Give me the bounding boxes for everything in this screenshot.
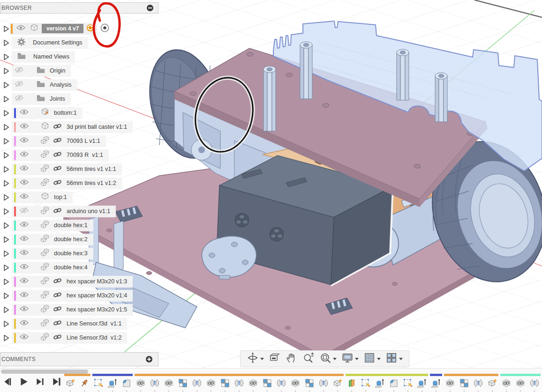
expander-icon[interactable]: [3, 236, 10, 244]
expander-icon[interactable]: [3, 67, 10, 75]
timeline-feature-linked-component[interactable]: [445, 378, 455, 388]
timeline-feature-rigid-group[interactable]: [304, 378, 315, 388]
timeline-feature-extrude[interactable]: [107, 378, 118, 388]
expander-icon[interactable]: [3, 137, 10, 145]
visibility-eye-icon[interactable]: [19, 263, 29, 272]
display-settings-button[interactable]: [341, 352, 359, 366]
visibility-eye-icon[interactable]: [19, 193, 29, 201]
visibility-eye-icon[interactable]: [19, 305, 29, 314]
visibility-eye-icon[interactable]: [14, 67, 24, 75]
timeline-feature-extrude[interactable]: [375, 378, 385, 388]
go-to-previous-button[interactable]: [2, 376, 13, 389]
dropdown-caret-icon[interactable]: [399, 358, 403, 360]
browser-item-arduino-uno-v1-1[interactable]: arduino uno v1:1: [0, 205, 116, 217]
expander-icon[interactable]: [3, 222, 10, 229]
expander-icon[interactable]: [3, 25, 10, 33]
orbit-button[interactable]: [247, 352, 264, 366]
visibility-eye-icon[interactable]: [19, 165, 29, 173]
go-to-end-button[interactable]: [51, 376, 62, 389]
browser-item-70093-r-v1-1[interactable]: 70093 R v1:1: [0, 149, 109, 161]
timeline-bar[interactable]: [0, 368, 542, 392]
layout-grid-button[interactable]: [363, 352, 381, 366]
timeline-feature-linked-component[interactable]: [248, 378, 258, 388]
timeline-feature-fillet[interactable]: [389, 378, 399, 388]
expander-icon[interactable]: [3, 250, 10, 258]
expander-icon[interactable]: [3, 95, 10, 103]
timeline-feature-linked-component[interactable]: [164, 378, 174, 388]
browser-item-document-settings[interactable]: Document Settings: [0, 37, 88, 49]
visibility-eye-icon[interactable]: [19, 291, 29, 300]
timeline-feature-sketch[interactable]: [361, 378, 371, 388]
pan-button[interactable]: [286, 352, 298, 366]
visibility-eye-icon[interactable]: [16, 24, 26, 33]
dropdown-caret-icon[interactable]: [377, 358, 381, 360]
browser-item-hex-spacer-m3x20-v1-5[interactable]: hex spacer M3x20 v1:5: [0, 303, 133, 316]
expander-icon[interactable]: [3, 264, 10, 272]
browser-item-joints[interactable]: Joints: [0, 93, 71, 105]
timeline-feature-new-component[interactable]: [487, 378, 497, 388]
browser-item-named-views[interactable]: Named Views: [0, 51, 75, 63]
browser-item-top-1[interactable]: top:1: [0, 191, 73, 203]
timeline-feature-linked-component[interactable]: [515, 378, 526, 388]
timeline-feature-rigid-group[interactable]: [178, 378, 188, 388]
timeline-feature-rigid-group[interactable]: [220, 378, 230, 388]
timeline-feature-new-component[interactable]: [332, 378, 343, 388]
browser-item-hex-spacer-m3x20-v1-4[interactable]: hex spacer M3x20 v1:4: [0, 289, 133, 302]
timeline-feature-extrude[interactable]: [417, 378, 427, 388]
visibility-eye-icon[interactable]: [19, 137, 29, 145]
visibility-eye-icon[interactable]: [14, 81, 24, 89]
timeline-feature-pin[interactable]: [79, 378, 90, 388]
expander-icon[interactable]: [3, 39, 10, 47]
add-comment-icon[interactable]: [146, 356, 152, 362]
browser-panel-header[interactable]: BROWSER: [0, 2, 158, 14]
browser-item-double-hex-2[interactable]: double hex:2: [0, 233, 93, 245]
expander-icon[interactable]: [3, 109, 10, 117]
timeline-feature-joint[interactable]: [234, 378, 244, 388]
visibility-eye-icon[interactable]: [19, 151, 29, 159]
visibility-eye-icon[interactable]: [19, 221, 29, 229]
browser-item-analysis[interactable]: Analysis: [0, 79, 77, 91]
browser-item-56mm-tires-v1-v1-2[interactable]: 56mm tires v1 v1:2: [0, 177, 122, 189]
visibility-eye-icon[interactable]: [14, 95, 24, 103]
browser-item-double-hex-4[interactable]: double hex:4: [0, 261, 93, 274]
timeline-feature-new-component[interactable]: [65, 378, 75, 388]
expander-icon[interactable]: [3, 151, 10, 159]
expander-icon[interactable]: [3, 179, 10, 187]
timeline-feature-offset-plane[interactable]: [346, 378, 357, 388]
visibility-eye-icon[interactable]: [19, 277, 29, 286]
expander-icon[interactable]: [3, 207, 10, 215]
visibility-eye-icon[interactable]: [19, 333, 29, 342]
expander-icon[interactable]: [3, 193, 10, 201]
timeline-feature-joint[interactable]: [529, 378, 540, 388]
timeline-feature-joint[interactable]: [473, 378, 483, 388]
expander-icon[interactable]: [3, 278, 10, 286]
timeline-feature-rigid-group[interactable]: [459, 378, 469, 388]
timeline-feature-sketch[interactable]: [93, 378, 104, 388]
timeline-feature-joint[interactable]: [150, 378, 160, 388]
browser-item-bottom-1[interactable]: bottom:1: [0, 107, 83, 119]
browser-item-double-hex-1[interactable]: double hex:1: [0, 219, 93, 231]
visibility-eye-icon[interactable]: [19, 319, 29, 328]
browser-item-hex-spacer-m3x20-v1-3[interactable]: hex spacer M3x20 v1:3: [0, 275, 133, 288]
browser-root-component[interactable]: version 4 v7: [0, 22, 110, 35]
dropdown-caret-icon[interactable]: [333, 358, 337, 360]
browser-item-line-sensor-f3d-v1-1[interactable]: Line Sensor.f3d v1:1: [0, 318, 127, 330]
expander-icon[interactable]: [3, 123, 10, 131]
visibility-eye-icon[interactable]: [19, 207, 29, 215]
expander-icon[interactable]: [3, 306, 10, 314]
visibility-eye-icon[interactable]: [19, 109, 29, 117]
timeline-feature-linked-component[interactable]: [206, 378, 216, 388]
expander-icon[interactable]: [3, 81, 10, 89]
expander-icon[interactable]: [3, 292, 10, 300]
collapse-panel-icon[interactable]: [147, 5, 153, 11]
timeline-feature-joint[interactable]: [192, 378, 202, 388]
zoom-button[interactable]: [302, 352, 315, 366]
visibility-eye-icon[interactable]: [19, 123, 29, 131]
timeline-feature-joint[interactable]: [318, 378, 329, 388]
viewports-button[interactable]: [385, 352, 403, 366]
comments-panel-header[interactable]: COMMENTS: [0, 352, 158, 366]
timeline-feature-linked-component[interactable]: [136, 378, 146, 388]
visibility-eye-icon[interactable]: [19, 235, 29, 244]
expander-icon[interactable]: [3, 165, 10, 173]
browser-item-70093-l-v1-1[interactable]: 70093 L v1:1: [0, 135, 106, 147]
